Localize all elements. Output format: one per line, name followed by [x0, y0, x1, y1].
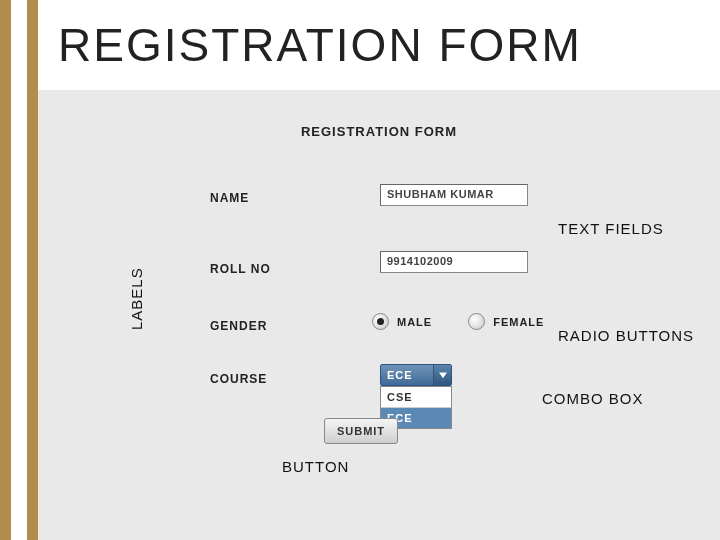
label-name: NAME [210, 191, 249, 205]
submit-button[interactable]: SUBMIT [324, 418, 398, 444]
svg-marker-0 [439, 373, 447, 379]
annotation-textfields: TEXT FIELDS [558, 220, 664, 237]
slide: REGISTRATION FORM REGISTRATION FORM NAME… [0, 0, 720, 540]
left-accent-stripe [0, 0, 38, 540]
radio-male-label: MALE [397, 316, 432, 328]
roll-field[interactable]: 9914102009 [380, 251, 528, 273]
form-heading: REGISTRATION FORM [301, 124, 457, 139]
page-title: REGISTRATION FORM [58, 18, 582, 72]
combo-option-cse[interactable]: CSE [381, 387, 451, 407]
gender-radio-group: MALE FEMALE [372, 313, 572, 330]
combo-selected[interactable]: ECE [380, 364, 452, 386]
form-screenshot-panel: REGISTRATION FORM NAME ROLL NO GENDER CO… [38, 90, 720, 540]
label-roll: ROLL NO [210, 262, 271, 276]
name-field[interactable]: SHUBHAM KUMAR [380, 184, 528, 206]
annotation-button: BUTTON [282, 458, 349, 475]
annotation-labels: LABELS [128, 267, 145, 330]
annotation-radio: RADIO BUTTONS [558, 327, 694, 344]
radio-female-label: FEMALE [493, 316, 544, 328]
combo-selected-text: ECE [381, 369, 433, 381]
radio-female[interactable] [468, 313, 485, 330]
annotation-combo: COMBO BOX [542, 390, 644, 407]
label-gender: GENDER [210, 319, 267, 333]
radio-male[interactable] [372, 313, 389, 330]
label-course: COURSE [210, 372, 267, 386]
chevron-down-icon[interactable] [433, 365, 451, 385]
